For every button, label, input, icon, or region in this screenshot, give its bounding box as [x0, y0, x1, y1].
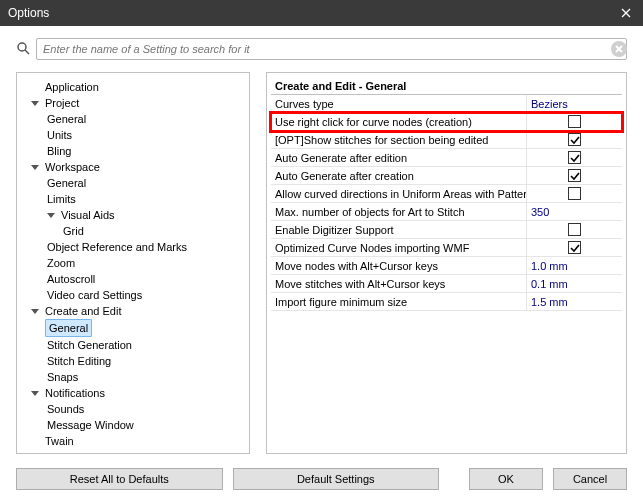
- tree-item-visual-aids[interactable]: Visual Aids: [43, 207, 245, 223]
- check-icon: [570, 135, 580, 145]
- grid-row[interactable]: Move stitches with Alt+Cursor keys0.1 mm: [271, 275, 622, 293]
- setting-label: Move nodes with Alt+Cursor keys: [271, 257, 526, 274]
- reset-all-button[interactable]: Reset All to Defaults: [16, 468, 223, 490]
- setting-value[interactable]: [526, 185, 622, 202]
- setting-value[interactable]: [526, 131, 622, 148]
- clear-search-button[interactable]: [611, 41, 627, 57]
- checkbox[interactable]: [568, 133, 581, 146]
- chevron-down-icon[interactable]: [29, 161, 41, 173]
- setting-label: Move stitches with Alt+Cursor keys: [271, 275, 526, 292]
- grid-row[interactable]: Enable Digitizer Support: [271, 221, 622, 239]
- svg-marker-7: [31, 165, 39, 170]
- setting-value[interactable]: 1.0 mm: [526, 257, 622, 274]
- setting-value[interactable]: 0.1 mm: [526, 275, 622, 292]
- checkbox[interactable]: [568, 115, 581, 128]
- grid-row[interactable]: Optimized Curve Nodes importing WMF: [271, 239, 622, 257]
- window-title: Options: [8, 6, 49, 20]
- tree-item-ce-stitch-gen[interactable]: Stitch Generation: [43, 337, 245, 353]
- tree-item-project-general[interactable]: General: [43, 111, 245, 127]
- tree-item-zoom[interactable]: Zoom: [43, 255, 245, 271]
- checkbox[interactable]: [568, 223, 581, 236]
- chevron-down-icon[interactable]: [29, 387, 41, 399]
- close-icon: [615, 45, 623, 53]
- tree-item-video-card[interactable]: Video card Settings: [43, 287, 245, 303]
- tree-item-project-units[interactable]: Units: [43, 127, 245, 143]
- grid-row[interactable]: Use right click for curve nodes (creatio…: [271, 113, 622, 131]
- category-tree[interactable]: Application Project General Units Bling …: [16, 72, 250, 454]
- tree-item-project-bling[interactable]: Bling: [43, 143, 245, 159]
- grid-row[interactable]: Move nodes with Alt+Cursor keys1.0 mm: [271, 257, 622, 275]
- button-bar: Reset All to Defaults Default Settings O…: [0, 462, 643, 502]
- checkbox[interactable]: [568, 169, 581, 182]
- tree-item-message-window[interactable]: Message Window: [43, 417, 245, 433]
- setting-value[interactable]: 350: [526, 203, 622, 220]
- tree-item-workspace-limits[interactable]: Limits: [43, 191, 245, 207]
- setting-label: Use right click for curve nodes (creatio…: [271, 113, 526, 130]
- tree-item-project[interactable]: Project: [27, 95, 245, 111]
- tree-item-create-edit[interactable]: Create and Edit: [27, 303, 245, 319]
- setting-value[interactable]: [526, 167, 622, 184]
- setting-value[interactable]: Beziers: [526, 95, 622, 112]
- chevron-down-icon[interactable]: [29, 97, 41, 109]
- grid-row[interactable]: Auto Generate after creation: [271, 167, 622, 185]
- svg-marker-10: [31, 391, 39, 396]
- tree-item-sounds[interactable]: Sounds: [43, 401, 245, 417]
- tree-item-autoscroll[interactable]: Autoscroll: [43, 271, 245, 287]
- setting-value[interactable]: [526, 113, 622, 130]
- search-icon: [16, 41, 30, 57]
- chevron-down-icon[interactable]: [29, 305, 41, 317]
- tree-item-workspace[interactable]: Workspace: [27, 159, 245, 175]
- tree-item-ce-stitch-edit[interactable]: Stitch Editing: [43, 353, 245, 369]
- setting-label: [OPT]Show stitches for section being edi…: [271, 131, 526, 148]
- setting-value[interactable]: [526, 221, 622, 238]
- tree-item-workspace-general[interactable]: General: [43, 175, 245, 191]
- check-icon: [570, 153, 580, 163]
- grid-row[interactable]: Auto Generate after edition: [271, 149, 622, 167]
- tree-item-object-reference[interactable]: Object Reference and Marks: [43, 239, 245, 255]
- checkbox[interactable]: [568, 151, 581, 164]
- title-bar: Options: [0, 0, 643, 26]
- setting-label: Allow curved directions in Uniform Areas…: [271, 185, 526, 202]
- svg-line-3: [25, 50, 29, 54]
- close-button[interactable]: [617, 4, 635, 22]
- setting-label: Auto Generate after creation: [271, 167, 526, 184]
- setting-label: Optimized Curve Nodes importing WMF: [271, 239, 526, 256]
- grid-row[interactable]: [OPT]Show stitches for section being edi…: [271, 131, 622, 149]
- svg-marker-9: [31, 309, 39, 314]
- setting-value[interactable]: [526, 149, 622, 166]
- checkbox[interactable]: [568, 241, 581, 254]
- grid-row[interactable]: Allow curved directions in Uniform Areas…: [271, 185, 622, 203]
- chevron-down-icon[interactable]: [45, 209, 57, 221]
- setting-label: Enable Digitizer Support: [271, 221, 526, 238]
- check-icon: [570, 243, 580, 253]
- check-icon: [570, 171, 580, 181]
- search-input[interactable]: [36, 38, 627, 60]
- tree-item-grid[interactable]: Grid: [59, 223, 245, 239]
- setting-value[interactable]: 1.5 mm: [526, 293, 622, 310]
- setting-label: Import figure minimum size: [271, 293, 526, 310]
- tree-item-ce-snaps[interactable]: Snaps: [43, 369, 245, 385]
- default-settings-button[interactable]: Default Settings: [233, 468, 440, 490]
- tree-item-notifications[interactable]: Notifications: [27, 385, 245, 401]
- setting-label: Curves type: [271, 95, 526, 112]
- grid-row[interactable]: Max. number of objects for Art to Stitch…: [271, 203, 622, 221]
- tree-item-application[interactable]: Application: [27, 79, 245, 95]
- setting-value[interactable]: [526, 239, 622, 256]
- checkbox[interactable]: [568, 187, 581, 200]
- svg-marker-8: [47, 213, 55, 218]
- ok-button[interactable]: OK: [469, 468, 543, 490]
- tree-item-twain[interactable]: Twain: [27, 433, 245, 449]
- search-row: [0, 26, 643, 66]
- svg-point-2: [18, 43, 26, 51]
- cancel-button[interactable]: Cancel: [553, 468, 627, 490]
- setting-label: Auto Generate after edition: [271, 149, 526, 166]
- tree-item-ce-general[interactable]: General: [43, 319, 245, 337]
- svg-marker-6: [31, 101, 39, 106]
- grid-row[interactable]: Curves typeBeziers: [271, 95, 622, 113]
- grid-row[interactable]: Import figure minimum size1.5 mm: [271, 293, 622, 311]
- setting-label: Max. number of objects for Art to Stitch: [271, 203, 526, 220]
- close-icon: [621, 8, 631, 18]
- grid-header: Create and Edit - General: [271, 77, 622, 95]
- settings-grid: Create and Edit - General Curves typeBez…: [266, 72, 627, 454]
